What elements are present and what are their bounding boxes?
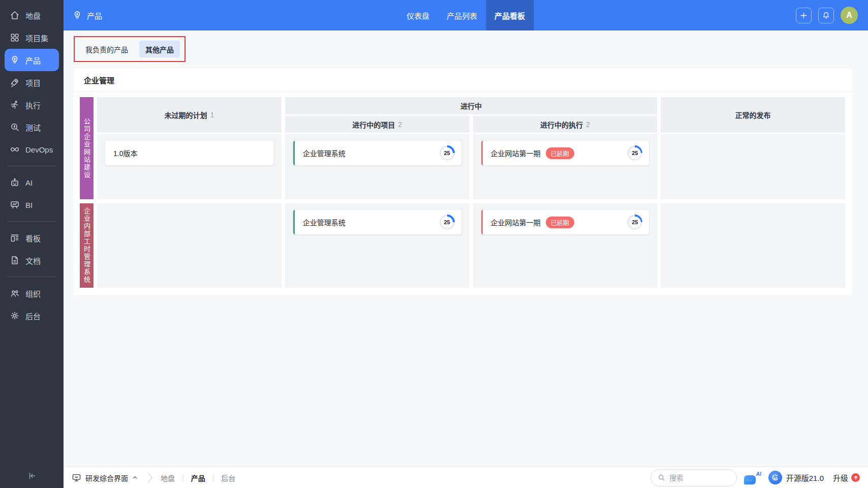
- project-card[interactable]: 企业管理系统 25: [293, 210, 461, 234]
- kanban-panel: 企业管理 公司企业网站建设 未过期的计划 1 进行中 进行中的项目 2 进行中的…: [74, 68, 851, 295]
- version-label: 开源版21.0: [786, 472, 824, 483]
- sidebar-item-label: 看板: [25, 233, 41, 243]
- cell-lane2-execution: 企业网站第一期 已延期 25: [473, 203, 658, 288]
- sidebar-item-label: 项目: [25, 77, 41, 88]
- plan-card[interactable]: 1.0版本: [105, 141, 273, 165]
- lane-label-company-website: 公司企业网站建设: [80, 97, 94, 199]
- sidebar-item-label: DevOps: [25, 145, 53, 154]
- sidebar-item-program[interactable]: 项目集: [0, 26, 64, 49]
- lightbulb-icon: [10, 55, 20, 65]
- chevron-up-icon: [132, 475, 138, 480]
- tab-my-products[interactable]: 我负责的产品: [79, 41, 134, 57]
- sidebar-item-doc[interactable]: 文档: [0, 249, 64, 271]
- sidebar-item-devops[interactable]: DevOps: [0, 138, 64, 161]
- sidebar-item-product[interactable]: 产品: [5, 49, 59, 71]
- sidebar-item-label: 地盘: [25, 10, 41, 21]
- cell-lane2-plan: [97, 203, 282, 288]
- people-icon: [10, 288, 20, 298]
- execution-card[interactable]: 企业网站第一期 已延期 25: [481, 141, 649, 165]
- document-icon: [10, 255, 20, 265]
- cell-lane1-plan: 1.0版本: [97, 134, 282, 199]
- sidebar-item-execution[interactable]: 执行: [0, 94, 64, 116]
- tab-product-kanban[interactable]: 产品看板: [486, 0, 534, 30]
- delayed-badge: 已延期: [546, 217, 574, 228]
- execution-card[interactable]: 企业网站第一期 已延期 25: [481, 210, 649, 234]
- progress-ring: 25: [627, 145, 642, 161]
- cell-lane1-release: [661, 134, 845, 199]
- footer-right: ··· AI 开源版21.0 升级: [650, 469, 860, 486]
- monitor-icon: [72, 473, 81, 482]
- lane-label-internal-timesheet: 企业内部工时管理系统: [80, 203, 94, 288]
- zentao-logo-icon: [768, 471, 782, 484]
- sidebar-collapse-button[interactable]: [0, 464, 64, 488]
- sidebar-item-label: 文档: [25, 255, 41, 266]
- project-card[interactable]: 企业管理系统 25: [293, 141, 461, 165]
- avatar[interactable]: A: [841, 7, 858, 24]
- tab-product-list[interactable]: 产品列表: [438, 0, 486, 30]
- section-title: 企业管理: [74, 68, 851, 92]
- kanban-icon: [10, 233, 20, 243]
- brand[interactable]: 开源版21.0: [768, 471, 824, 484]
- sidebar-divider: [7, 221, 56, 222]
- sidebar-item-home[interactable]: 地盘: [0, 4, 64, 26]
- page-title: 产品: [87, 10, 102, 21]
- top-actions: A: [796, 7, 868, 24]
- collapse-left-icon: [27, 471, 37, 480]
- breadcrumb: 地盘 | 产品 | 后台: [161, 473, 235, 483]
- lightbulb-icon: [72, 10, 82, 20]
- sidebar-item-label: AI: [25, 178, 33, 187]
- sidebar-item-label: 产品: [25, 55, 41, 66]
- breadcrumb-admin[interactable]: 后台: [221, 473, 235, 483]
- ai-assistant-button[interactable]: ··· AI: [744, 471, 761, 484]
- sidebar-item-ai[interactable]: AI: [0, 171, 64, 194]
- column-header-doing-execution: 进行中的执行 2: [473, 116, 658, 133]
- sidebar-item-org[interactable]: 组织: [0, 282, 64, 304]
- breadcrumb-product[interactable]: 产品: [191, 473, 205, 483]
- app-title: 产品: [64, 10, 102, 21]
- bell-icon: [822, 11, 830, 20]
- tab-dashboard[interactable]: 仪表盘: [398, 0, 438, 30]
- progress-ring: 25: [627, 215, 642, 230]
- grid-icon: [10, 33, 20, 43]
- runner-icon: [10, 100, 20, 110]
- presentation-chart-icon: [10, 200, 20, 210]
- cell-lane2-project: 企业管理系统 25: [285, 203, 470, 288]
- sidebar-item-label: 项目集: [25, 33, 48, 43]
- home-icon: [10, 10, 20, 20]
- ai-chat-bubble-icon: ···: [744, 475, 756, 484]
- breadcrumb-home[interactable]: 地盘: [161, 473, 175, 483]
- sidebar-item-bi[interactable]: BI: [0, 194, 64, 216]
- sidebar-item-label: 执行: [25, 100, 41, 110]
- sidebar-item-test[interactable]: 测试: [0, 116, 64, 138]
- sidebar-divider: [7, 277, 56, 277]
- sidebar: 地盘 项目集 产品 项目 执行 测试 DevOps AI BI 看板 文档: [0, 0, 64, 488]
- main-area: 产品 仪表盘 产品列表 产品看板 A 我负责的产品 其他产品 企业管理 公司企业: [64, 0, 868, 488]
- sidebar-spacer: [0, 327, 64, 464]
- sidebar-item-kanban[interactable]: 看板: [0, 227, 64, 249]
- sidebar-item-label: 组织: [25, 288, 41, 299]
- infinity-icon: [10, 144, 20, 155]
- top-header: 产品 仪表盘 产品列表 产品看板 A: [64, 0, 868, 30]
- search-icon: [658, 474, 665, 481]
- notification-button[interactable]: [818, 8, 834, 23]
- tab-other-products[interactable]: 其他产品: [139, 41, 180, 57]
- search-input[interactable]: [669, 474, 730, 482]
- sidebar-item-label: 测试: [25, 122, 41, 133]
- sidebar-item-project[interactable]: 项目: [0, 71, 64, 94]
- progress-ring: 25: [440, 145, 455, 161]
- gear-icon: [10, 311, 20, 321]
- search-box[interactable]: [650, 469, 737, 486]
- sidebar-item-admin[interactable]: 后台: [0, 304, 64, 327]
- column-header-release: 正常的发布: [661, 97, 845, 133]
- plus-icon: [799, 11, 808, 20]
- robot-icon: [10, 177, 20, 188]
- create-button[interactable]: [796, 8, 812, 23]
- app-switcher[interactable]: 研发综合界面: [72, 473, 138, 483]
- cell-lane2-release: [661, 203, 845, 288]
- kanban-board: 公司企业网站建设 未过期的计划 1 进行中 进行中的项目 2 进行中的执行 2 …: [74, 92, 851, 295]
- sidebar-item-label: 后台: [25, 311, 41, 321]
- breadcrumb-chevron-icon: [147, 471, 153, 484]
- progress-ring: 25: [440, 215, 455, 230]
- upgrade-button[interactable]: 升级: [833, 472, 860, 483]
- magnifier-icon: [10, 122, 20, 132]
